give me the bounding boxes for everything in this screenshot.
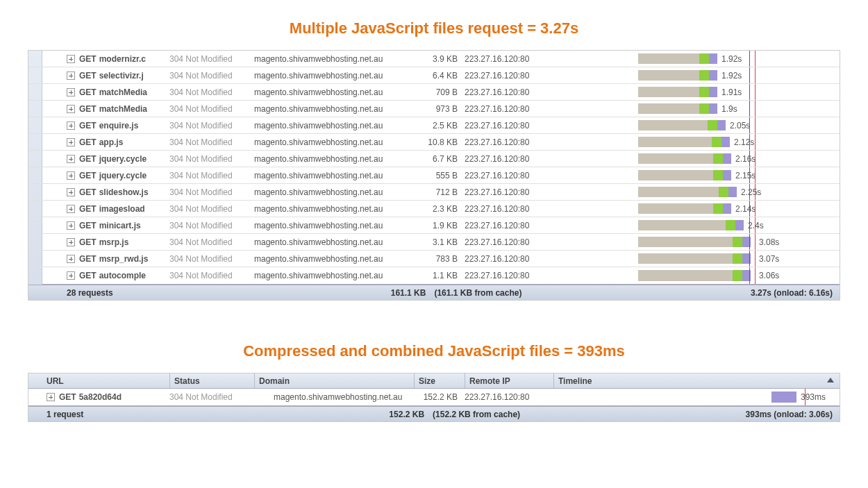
remote-ip-text: 223.27.16.120:80 [465, 137, 638, 147]
header-domain[interactable]: Domain [254, 373, 414, 388]
domcontentloaded-marker [749, 101, 750, 117]
domcontentloaded-marker [749, 117, 750, 133]
domcontentloaded-marker [749, 51, 750, 67]
file-name: enquire.js [99, 121, 139, 131]
remote-ip-text: 223.27.16.120:80 [465, 187, 638, 197]
onload-marker [755, 67, 756, 83]
size-text: 973 B [424, 104, 465, 114]
expand-icon[interactable] [67, 105, 75, 113]
expand-icon[interactable] [67, 88, 75, 96]
table-row[interactable]: GETapp.js304 Not Modifiedmagento.shivamw… [28, 134, 840, 151]
status-text: 304 Not Modified [169, 271, 254, 280]
remote-ip-text: 223.27.16.120:80 [465, 87, 638, 97]
status-text: 304 Not Modified [169, 221, 254, 230]
file-name: app.js [99, 137, 124, 147]
table-row[interactable]: GETslideshow.js304 Not Modifiedmagento.s… [28, 184, 840, 201]
summary-timing: 3.27s (onload: 6.16s) [751, 288, 833, 298]
header-size[interactable]: Size [414, 373, 465, 388]
network-panel-compressed: URL Status Domain Size Remote IP Timelin… [28, 373, 840, 422]
table-row[interactable]: GETselectivizr.j304 Not Modifiedmagento.… [28, 67, 840, 84]
expand-icon[interactable] [67, 255, 75, 263]
expand-icon[interactable] [67, 221, 75, 230]
table-row[interactable]: GETjquery.cycle304 Not Modifiedmagento.s… [28, 151, 840, 167]
remote-ip-text: 223.27.16.120:80 [465, 104, 638, 114]
domain-text: magento.shivamwebhosting.net.au [254, 154, 424, 164]
header-remote-ip[interactable]: Remote IP [465, 373, 553, 388]
timeline-cell: 1.9s [638, 101, 840, 117]
http-method: GET [79, 154, 97, 164]
summary-bar: 1 request 152.2 KB (152.2 KB from cache)… [28, 406, 840, 421]
expand-icon[interactable] [67, 121, 75, 130]
timeline-cell: 393ms [605, 389, 840, 405]
table-row[interactable]: GETautocomple304 Not Modifiedmagento.shi… [28, 267, 840, 284]
domain-text: magento.shivamwebhosting.net.au [254, 137, 424, 147]
expand-icon[interactable] [67, 71, 75, 80]
table-row[interactable]: GETmatchMedia304 Not Modifiedmagento.shi… [28, 101, 840, 117]
expand-icon[interactable] [47, 393, 55, 401]
expand-icon[interactable] [67, 155, 75, 163]
onload-marker [755, 84, 756, 100]
size-text: 783 B [424, 254, 465, 264]
expand-icon[interactable] [67, 171, 75, 180]
domcontentloaded-marker [749, 167, 750, 183]
domain-text: magento.shivamwebhosting.net.au [254, 71, 424, 81]
timeline-cell: 3.08s [638, 234, 840, 250]
remote-ip-text: 223.27.16.120:80 [465, 204, 638, 214]
timing-label: 3.07s [756, 251, 779, 267]
expand-icon[interactable] [67, 138, 75, 146]
summary-cache: (161.1 KB from cache) [434, 288, 521, 298]
status-text: 304 Not Modified [169, 104, 254, 114]
domcontentloaded-marker [749, 251, 750, 267]
expand-icon[interactable] [67, 55, 75, 63]
http-method: GET [79, 104, 97, 114]
table-row[interactable]: GETenquire.js304 Not Modifiedmagento.shi… [28, 117, 840, 134]
summary-cache: (152.2 KB from cache) [433, 410, 520, 419]
timing-label: 2.14s [733, 201, 756, 217]
domcontentloaded-marker [749, 267, 750, 284]
heading-compressed: Compressed and combined JavaScript files… [0, 342, 868, 360]
http-method: GET [79, 71, 97, 81]
header-url[interactable]: URL [47, 373, 169, 388]
remote-ip-text: 223.27.16.120:80 [465, 54, 638, 64]
http-method: GET [79, 54, 97, 64]
domcontentloaded-marker [749, 201, 750, 217]
header-timeline[interactable]: Timeline [553, 373, 840, 388]
domain-text: magento.shivamwebhosting.net.au [254, 87, 424, 97]
http-method: GET [79, 171, 97, 180]
summary-size: 161.1 KB [391, 288, 426, 298]
status-text: 304 Not Modified [169, 154, 254, 164]
http-method: GET [79, 254, 97, 264]
remote-ip-text: 223.27.16.120:80 [465, 254, 638, 264]
table-row[interactable]: GETminicart.js304 Not Modifiedmagento.sh… [28, 217, 840, 234]
domcontentloaded-marker [749, 151, 750, 167]
size-text: 1.1 KB [424, 271, 465, 280]
expand-icon[interactable] [67, 271, 75, 280]
expand-icon[interactable] [67, 238, 75, 246]
timing-label: 2.16s [733, 151, 756, 167]
remote-ip-text: 223.27.16.120:80 [465, 392, 605, 402]
domcontentloaded-marker [749, 184, 750, 200]
table-row[interactable]: GETimagesload304 Not Modifiedmagento.shi… [28, 201, 840, 217]
timeline-cell: 1.92s [638, 67, 840, 83]
onload-marker [805, 389, 806, 405]
table-row[interactable]: GETjquery.cycle304 Not Modifiedmagento.s… [28, 167, 840, 184]
file-name: msrp.js [99, 237, 129, 247]
expand-icon[interactable] [67, 205, 75, 213]
table-row[interactable]: GET5a820d64d304 Not Modifiedmagento.shiv… [28, 389, 840, 405]
domcontentloaded-marker [749, 234, 750, 250]
table-row[interactable]: GETmodernizr.c304 Not Modifiedmagento.sh… [28, 51, 840, 67]
status-text: 304 Not Modified [169, 237, 254, 247]
table-row[interactable]: GETmsrp.js304 Not Modifiedmagento.shivam… [28, 234, 840, 251]
header-status[interactable]: Status [169, 373, 254, 388]
expand-icon[interactable] [67, 188, 75, 196]
summary-count: 1 request [47, 410, 83, 419]
http-method: GET [79, 204, 97, 214]
table-row[interactable]: GETmatchMedia304 Not Modifiedmagento.shi… [28, 84, 840, 101]
timing-label: 393ms [798, 389, 826, 405]
table-row[interactable]: GETmsrp_rwd.js304 Not Modifiedmagento.sh… [28, 251, 840, 267]
domain-text: magento.shivamwebhosting.net.au [254, 121, 424, 131]
timing-label: 1.9s [719, 101, 737, 117]
timeline-cell: 2.4s [638, 217, 840, 233]
size-text: 2.5 KB [424, 121, 465, 131]
summary-size: 152.2 KB [389, 410, 424, 419]
